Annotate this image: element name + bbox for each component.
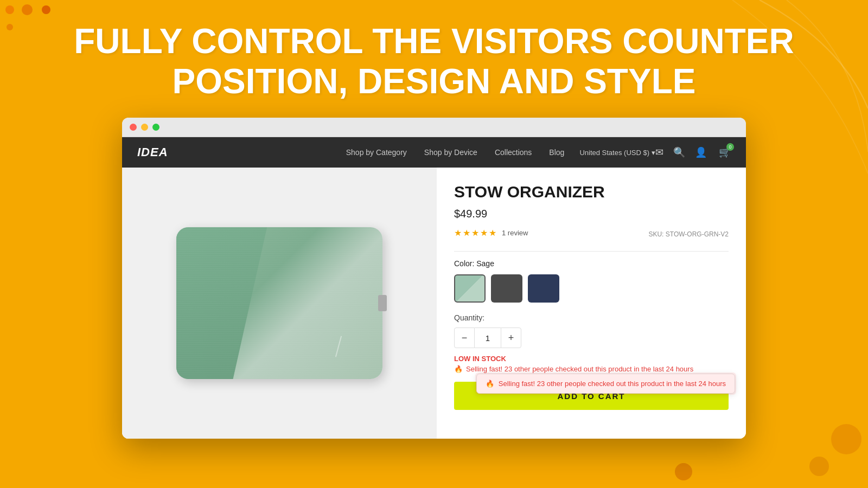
svg-point-6 (675, 463, 692, 480)
quantity-value: 1 (475, 328, 501, 348)
product-image-container (176, 227, 382, 379)
account-icon[interactable]: 👤 (695, 146, 707, 158)
sku-info: SKU: STOW-ORG-GRN-V2 (648, 230, 729, 238)
browser-titlebar (122, 118, 746, 137)
selling-fast-inline: 🔥 Selling fast! 23 other people checked … (454, 365, 729, 373)
hero-line1: FULLY CONTROL THE VISITORS COUNTER (74, 22, 794, 61)
product-price: $49.99 (454, 208, 729, 220)
cart-badge: 0 (726, 143, 734, 151)
nav-icons: ✉ 🔍 👤 🛒 0 (655, 146, 731, 158)
search-icon[interactable]: 🔍 (673, 146, 685, 158)
svg-point-5 (809, 457, 829, 476)
product-details-section: STOW ORGANIZER $49.99 ★★★★★ 1 review SKU… (437, 168, 746, 439)
hero-line2: POSITION, DESIGN AND STYLE (173, 62, 696, 101)
color-swatch-charcoal[interactable] (491, 274, 522, 303)
mail-icon[interactable]: ✉ (655, 146, 663, 158)
quantity-decrease-button[interactable]: − (454, 328, 475, 348)
nav-blog[interactable]: Blog (549, 148, 564, 157)
nav-collections[interactable]: Collections (495, 148, 532, 157)
color-label: Color: Sage (454, 259, 729, 268)
low-stock-row: LOW IN STOCK 🔥 Selling fast! 23 other pe… (454, 355, 729, 373)
store-navbar: IDEA Shop by Category Shop by Device Col… (122, 137, 746, 168)
color-swatch-navy[interactable] (528, 274, 559, 303)
product-image-section (122, 168, 437, 439)
hero-section: FULLY CONTROL THE VISITORS COUNTER POSIT… (0, 0, 868, 118)
nav-shop-device[interactable]: Shop by Device (424, 148, 477, 157)
color-selected-value: Sage (476, 259, 494, 268)
star-rating: ★★★★★ (454, 228, 497, 238)
stars-sku-row: ★★★★★ 1 review SKU: STOW-ORG-GRN-V2 (454, 228, 729, 240)
product-bag (176, 227, 382, 379)
quantity-row: − 1 + (454, 328, 729, 348)
cart-icon[interactable]: 🛒 0 (719, 146, 731, 158)
quantity-increase-button[interactable]: + (501, 328, 521, 348)
minimize-dot[interactable] (141, 124, 148, 131)
selling-fast-tooltip: 🔥 Selling fast! 23 other people checked … (476, 374, 735, 394)
maximize-dot[interactable] (152, 124, 159, 131)
review-count: 1 review (502, 229, 528, 237)
color-swatches (454, 274, 729, 303)
selling-fast-tooltip-text: Selling fast! 23 other people checked ou… (499, 380, 726, 388)
chevron-down-icon: ▾ (652, 149, 655, 157)
divider (454, 251, 729, 252)
quantity-label: Quantity: (454, 313, 729, 322)
sku-label: SKU: (648, 230, 663, 238)
country-label: United States (USD $) (579, 149, 649, 157)
selling-fast-inline-text: Selling fast! 23 other people checked ou… (466, 365, 693, 373)
hero-heading: FULLY CONTROL THE VISITORS COUNTER POSIT… (11, 22, 857, 101)
store-logo[interactable]: IDEA (137, 145, 168, 159)
product-title: STOW ORGANIZER (454, 183, 729, 201)
svg-point-4 (831, 424, 861, 454)
color-label-text: Color: (454, 259, 474, 268)
browser-window: IDEA Shop by Category Shop by Device Col… (122, 118, 746, 439)
sku-value: STOW-ORG-GRN-V2 (666, 230, 729, 238)
nav-links: Shop by Category Shop by Device Collecti… (346, 148, 565, 157)
stars-review-row: ★★★★★ 1 review (454, 228, 528, 238)
bag-texture (176, 227, 382, 379)
fire-icon-tooltip: 🔥 (486, 380, 494, 388)
country-selector[interactable]: United States (USD $) ▾ (579, 149, 655, 157)
product-area: STOW ORGANIZER $49.99 ★★★★★ 1 review SKU… (122, 168, 746, 439)
color-swatch-sage[interactable] (454, 274, 486, 303)
close-dot[interactable] (130, 124, 137, 131)
nav-shop-category[interactable]: Shop by Category (346, 148, 407, 157)
low-stock-label: LOW IN STOCK (454, 355, 729, 363)
bag-zipper (378, 295, 387, 311)
fire-icon-inline: 🔥 (454, 365, 463, 373)
